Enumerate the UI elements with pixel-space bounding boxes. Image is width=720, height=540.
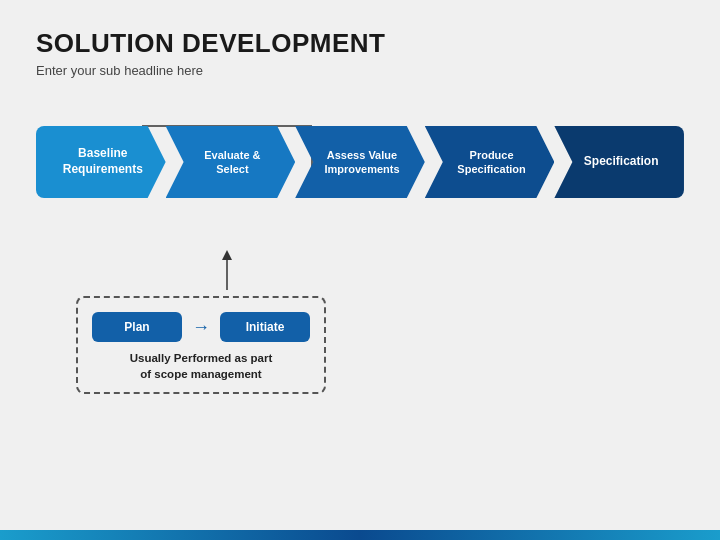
bottom-bar: [0, 530, 720, 540]
svg-marker-6: [222, 250, 232, 260]
step-produce-label: ProduceSpecification: [457, 148, 525, 177]
sub-arrow-icon: →: [192, 317, 210, 338]
page-subtitle: Enter your sub headline here: [36, 63, 684, 78]
step-assess: Assess ValueImprovements: [295, 126, 425, 198]
step-produce: ProduceSpecification: [425, 126, 555, 198]
step-baseline: BaselineRequirements: [36, 126, 166, 198]
step-assess-label: Assess ValueImprovements: [324, 148, 399, 177]
plan-box: Plan: [92, 312, 182, 342]
sub-boxes: Plan → Initiate: [92, 312, 310, 342]
arrow-row: BaselineRequirements Evaluate &Select As…: [36, 126, 684, 198]
up-connector-svg: [219, 250, 235, 290]
step-evaluate: Evaluate &Select: [166, 126, 296, 198]
step-spec: Specification: [554, 126, 684, 198]
step-baseline-label: BaselineRequirements: [63, 146, 143, 177]
step-spec-label: Specification: [584, 154, 659, 170]
slide: SOLUTION DEVELOPMENT Enter your sub head…: [0, 0, 720, 540]
sub-container: Plan → Initiate Usually Performed as par…: [76, 296, 326, 394]
page-title: SOLUTION DEVELOPMENT: [36, 28, 684, 59]
flow-diagram: BaselineRequirements Evaluate &Select As…: [36, 126, 684, 198]
step-evaluate-label: Evaluate &Select: [204, 148, 260, 177]
initiate-box: Initiate: [220, 312, 310, 342]
sub-caption: Usually Performed as partof scope manage…: [92, 350, 310, 382]
